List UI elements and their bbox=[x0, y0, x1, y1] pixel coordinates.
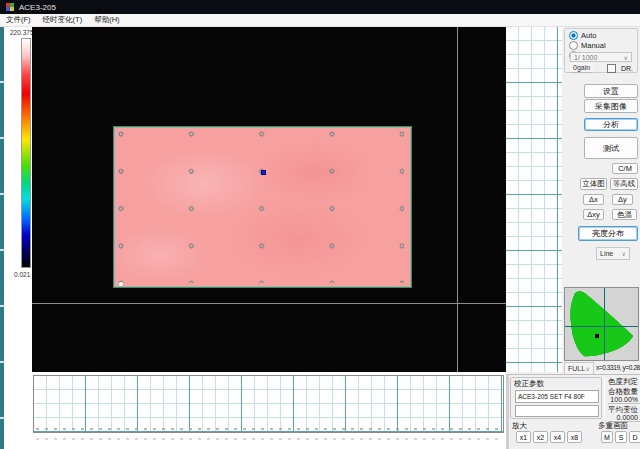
shutter-value: 1/ 1000 bbox=[574, 54, 597, 61]
calibration-preset-field[interactable]: ACE3-205 SET F4 80F bbox=[515, 390, 599, 403]
bottom-profile-panel bbox=[32, 372, 506, 449]
shutter-combo[interactable]: 1/ 1000 ∨ bbox=[570, 52, 632, 62]
dr-label: DR. bbox=[621, 65, 633, 72]
cie-crosshair-v bbox=[604, 288, 605, 360]
chevron-down-icon: ∨ bbox=[624, 54, 628, 61]
multi-m-button[interactable]: M bbox=[601, 431, 613, 443]
analyze-button[interactable]: 分析 bbox=[584, 118, 638, 131]
radio-manual-label: Manual bbox=[581, 41, 606, 50]
measure-point-dot bbox=[261, 170, 266, 175]
multi-d-button[interactable]: D bbox=[629, 431, 640, 443]
pass-count-value: 100.00% bbox=[608, 396, 640, 404]
calibration-markers bbox=[117, 130, 404, 283]
scale-min-label: 0.021 bbox=[14, 271, 30, 278]
exposure-group: Auto Manual SS 1/ 1000 ∨ 0gain DR. bbox=[564, 28, 638, 73]
luminance-color-scale bbox=[21, 38, 31, 268]
bottom-profile-grid bbox=[33, 375, 504, 433]
cie-horseshoe bbox=[565, 288, 638, 360]
panel-separator bbox=[604, 377, 605, 419]
color-temp-button[interactable]: 色温 bbox=[612, 209, 637, 220]
solid-view-button[interactable]: 立体图 bbox=[580, 178, 607, 190]
menu-help[interactable]: 帮助(H) bbox=[88, 15, 125, 25]
line-combo[interactable]: Line ∨ bbox=[596, 247, 630, 260]
cie-point bbox=[595, 334, 599, 338]
cie-range-value: FULL bbox=[568, 365, 585, 372]
calibration-group: 校正参数 ACE3-205 SET F4 80F bbox=[510, 377, 602, 419]
cm-button[interactable]: C/M bbox=[612, 163, 638, 174]
contour-button[interactable]: 等高线 bbox=[610, 178, 638, 190]
cie-crosshair-h bbox=[565, 326, 638, 327]
app-icon bbox=[6, 3, 14, 11]
sample-image[interactable] bbox=[114, 127, 411, 287]
zoom-x1-button[interactable]: x1 bbox=[516, 431, 531, 443]
test-button[interactable]: 测试 bbox=[584, 137, 638, 159]
corner-dot bbox=[119, 282, 123, 286]
dr-check-row: DR. bbox=[607, 64, 633, 73]
dx-button[interactable]: Δx bbox=[583, 194, 604, 205]
luminance-dist-button[interactable]: 亮度分布 bbox=[578, 226, 638, 241]
chevron-down-icon: ∨ bbox=[622, 250, 626, 257]
dr-checkbox[interactable] bbox=[607, 64, 616, 73]
cursor-hline[interactable] bbox=[32, 303, 506, 304]
bottom-right-panel: 校正参数 ACE3-205 SET F4 80F 色度判定 合格数量 100.0… bbox=[506, 374, 640, 449]
settings-button[interactable]: 设置 bbox=[584, 84, 638, 98]
zoom-x2-button[interactable]: x2 bbox=[533, 431, 548, 443]
dxy-button[interactable]: Δxy bbox=[583, 209, 604, 220]
menu-bar: 文件(F) 经时变化(T) 帮助(H) bbox=[0, 14, 640, 27]
radio-auto-label: Auto bbox=[581, 31, 596, 40]
zoom-x8-button[interactable]: x8 bbox=[567, 431, 582, 443]
window-title: ACE3-205 bbox=[19, 3, 56, 12]
grid-tick-marks bbox=[36, 428, 501, 430]
zoom-group-title: 放大 bbox=[512, 421, 527, 431]
image-viewer[interactable] bbox=[32, 27, 506, 372]
cie-coords: x=0.3319, y=0.2898 bbox=[596, 364, 640, 371]
scale-max-label: 220.375 bbox=[10, 29, 34, 36]
gain-field[interactable]: 0gain bbox=[570, 63, 593, 73]
dy-button[interactable]: Δy bbox=[612, 194, 633, 205]
radio-manual[interactable] bbox=[569, 41, 578, 50]
chevron-down-icon: ∨ bbox=[586, 365, 590, 372]
calibration-preset2-field[interactable] bbox=[515, 405, 599, 417]
grid-axis-labels bbox=[36, 438, 501, 440]
calibration-title: 校正参数 bbox=[514, 379, 544, 389]
menu-temporal[interactable]: 经时变化(T) bbox=[37, 15, 89, 25]
side-profile-grid bbox=[506, 27, 562, 372]
cursor-vline[interactable] bbox=[457, 27, 458, 372]
radio-auto[interactable] bbox=[569, 31, 578, 40]
line-combo-value: Line bbox=[600, 250, 613, 257]
menu-file[interactable]: 文件(F) bbox=[0, 15, 37, 25]
title-bar: ACE3-205 bbox=[0, 0, 640, 14]
capture-button[interactable]: 采集图像 bbox=[584, 99, 638, 113]
multi-s-button[interactable]: S bbox=[615, 431, 627, 443]
zoom-x4-button[interactable]: x4 bbox=[550, 431, 565, 443]
judgement-title: 色度判定 bbox=[608, 377, 638, 387]
cie-diagram[interactable] bbox=[564, 287, 639, 361]
multi-group-title: 多重画面 bbox=[598, 421, 628, 431]
